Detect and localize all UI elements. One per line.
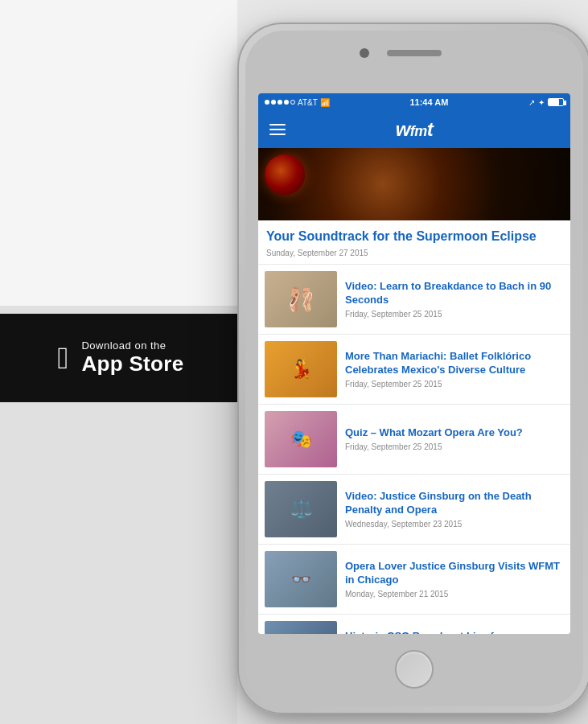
- app-store-badge[interactable]:  Download on the App Store: [0, 314, 241, 402]
- hamburger-line-3: [269, 134, 286, 135]
- ginsburg1-image: ⚖️: [265, 481, 337, 537]
- ginsburg-death-date: Wednesday, September 23 2015: [345, 520, 564, 529]
- mariachi-image: 💃: [265, 341, 337, 397]
- app-store-label: App Store: [81, 352, 183, 376]
- ginsburg-visit-content: Opera Lover Justice Ginsburg Visits WFMT…: [345, 551, 564, 607]
- arrow-icon: ↗: [528, 98, 535, 107]
- battery-icon: [548, 98, 564, 106]
- mariachi-content: More Than Mariachi: Ballet Folklórico Ce…: [345, 341, 564, 397]
- mozart-image: 🎭: [265, 411, 337, 467]
- battery-tip: [564, 101, 566, 105]
- status-bar: AT&T 📶 11:44 AM ↗ ✦: [258, 93, 570, 111]
- ginsburg1-thumbnail: ⚖️: [265, 481, 337, 537]
- cso-title: Historic CSO Broadcast Live from Millenn…: [345, 630, 564, 634]
- dot-3: [278, 100, 282, 105]
- status-right: ↗ ✦: [528, 98, 564, 107]
- dance-image: [265, 271, 337, 327]
- mozart-thumbnail: 🎭: [265, 411, 337, 467]
- wifi-icon: 📶: [320, 98, 330, 107]
- phone-shell: AT&T 📶 11:44 AM ↗ ✦: [237, 23, 588, 714]
- mozart-date: Friday, September 25 2015: [345, 442, 564, 451]
- phone-speaker: [387, 50, 442, 56]
- breakdance-title: Video: Learn to Breakdance to Bach in 90…: [345, 280, 564, 307]
- mozart-content: Quiz – What Mozart Opera Are You? Friday…: [345, 411, 564, 467]
- news-item-featured[interactable]: Your Soundtrack for the Supermoon Eclips…: [258, 148, 570, 265]
- news-feed[interactable]: Your Soundtrack for the Supermoon Eclips…: [258, 148, 570, 634]
- app-store-text: Download on the App Store: [81, 339, 183, 376]
- wfmt-logo: wfmt: [396, 118, 434, 141]
- apple-icon: : [58, 343, 69, 373]
- featured-thumbnail: [258, 148, 570, 220]
- mariachi-thumbnail: 💃: [265, 341, 337, 397]
- featured-title: Your Soundtrack for the Supermoon Eclips…: [266, 228, 562, 245]
- dot-4: [284, 100, 289, 105]
- news-item-mariachi[interactable]: 💃 More Than Mariachi: Ballet Folklórico …: [258, 335, 570, 405]
- menu-button[interactable]: [268, 120, 287, 139]
- news-item-ginsburg-visit[interactable]: 👓 Opera Lover Justice Ginsburg Visits WF…: [258, 545, 570, 615]
- dot-1: [265, 100, 269, 105]
- mariachi-date: Friday, September 25 2015: [345, 380, 564, 389]
- ginsburg2-image: 👓: [265, 551, 337, 607]
- mozart-title: Quiz – What Mozart Opera Are You?: [345, 426, 564, 440]
- mariachi-title: More Than Mariachi: Ballet Folklórico Ce…: [345, 350, 564, 377]
- ginsburg-death-content: Video: Justice Ginsburg on the Death Pen…: [345, 481, 564, 537]
- hamburger-line-1: [269, 124, 286, 125]
- news-item-ginsburg-death[interactable]: ⚖️ Video: Justice Ginsburg on the Death …: [258, 475, 570, 545]
- cso-image: 🎵: [265, 621, 337, 634]
- ginsburg-visit-date: Monday, September 21 2015: [345, 590, 564, 599]
- app-header: wfmt: [258, 111, 570, 148]
- left-panel-top: [0, 0, 237, 306]
- news-item-cso[interactable]: 🎵 Historic CSO Broadcast Live from Mille…: [258, 615, 570, 634]
- phone-outer: AT&T 📶 11:44 AM ↗ ✦: [237, 23, 588, 714]
- cso-content: Historic CSO Broadcast Live from Millenn…: [345, 621, 564, 634]
- breakdance-thumbnail: [265, 271, 337, 327]
- breakdance-date: Friday, September 25 2015: [345, 310, 564, 319]
- dot-2: [271, 100, 276, 105]
- news-item-mozart[interactable]: 🎭 Quiz – What Mozart Opera Are You? Frid…: [258, 405, 570, 475]
- home-button[interactable]: [395, 650, 434, 689]
- featured-date: Sunday, September 27 2015: [266, 249, 562, 257]
- phone-inner: AT&T 📶 11:44 AM ↗ ✦: [245, 31, 583, 706]
- phone-screen: AT&T 📶 11:44 AM ↗ ✦: [258, 93, 570, 634]
- bluetooth-icon: ✦: [538, 98, 545, 107]
- cso-thumbnail: 🎵: [265, 621, 337, 634]
- featured-content: Your Soundtrack for the Supermoon Eclips…: [258, 220, 570, 264]
- hamburger-line-2: [269, 129, 286, 130]
- phone-camera: [360, 48, 369, 58]
- breakdance-content: Video: Learn to Breakdance to Bach in 90…: [345, 271, 564, 327]
- ginsburg2-thumbnail: 👓: [265, 551, 337, 607]
- status-left: AT&T 📶: [265, 98, 330, 107]
- signal-dots: [265, 100, 295, 105]
- download-on-label: Download on the: [81, 339, 183, 352]
- ginsburg-visit-title: Opera Lover Justice Ginsburg Visits WFMT…: [345, 560, 564, 587]
- news-item-breakdance[interactable]: Video: Learn to Breakdance to Bach in 90…: [258, 265, 570, 335]
- dot-5: [290, 100, 295, 105]
- ginsburg-death-title: Video: Justice Ginsburg on the Death Pen…: [345, 490, 564, 517]
- carrier-label: AT&T: [298, 98, 318, 107]
- status-time: 11:44 AM: [409, 97, 448, 107]
- battery-fill: [549, 99, 559, 105]
- eclipse-image: [258, 148, 570, 220]
